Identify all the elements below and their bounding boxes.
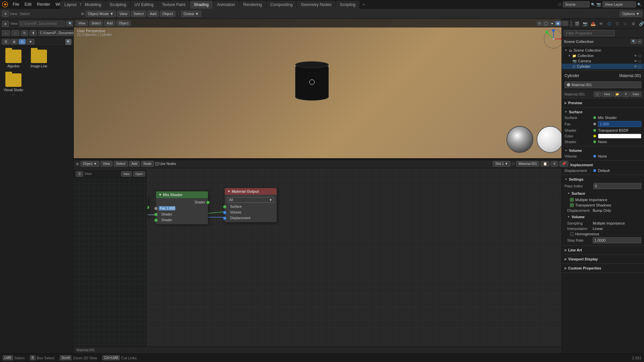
object-btn[interactable]: Object (160, 11, 175, 17)
transparent-shadows-check[interactable]: ✓ (570, 203, 574, 207)
node-add-btn[interactable]: Add (129, 161, 140, 167)
tree-cylinder[interactable]: ⬡ Cylinder 👁 ⬡ (562, 64, 644, 69)
custom-properties-header[interactable]: ▶ Custom Properties (565, 265, 641, 271)
tree-vis-collection[interactable]: 👁 ⬡ (634, 54, 641, 58)
line-art-header[interactable]: ▶ Line Art (565, 247, 641, 253)
tab-add[interactable]: + (360, 1, 368, 9)
filter-btn[interactable]: ▼ (26, 39, 35, 45)
panel-toggle-btn[interactable]: ≡ (2, 11, 9, 17)
node-material-output[interactable]: ▼ Material Output All ▼ Surface (225, 188, 277, 222)
back-btn[interactable]: ← (2, 30, 10, 36)
viewport-node-divider[interactable] (74, 158, 561, 160)
volume-socket[interactable] (223, 211, 226, 214)
tree-scene-collection[interactable]: ▼ 🗂 Scene Collection (562, 48, 644, 53)
view-mode-btn[interactable]: ≡ (2, 21, 9, 27)
mat-unlink-btn[interactable]: ✕ (622, 92, 630, 97)
rp-icon-scene[interactable]: 🎬 (573, 20, 581, 27)
menu-render[interactable]: Render (34, 0, 53, 8)
fac-field[interactable]: Fac 1.000 (159, 206, 175, 210)
vp-shading-btn3[interactable]: ◉ (555, 21, 561, 26)
menu-edit[interactable]: Edit (22, 0, 34, 8)
node-material-output-titlebar[interactable]: ▼ Material Output (225, 188, 277, 195)
vp-select-btn[interactable]: Select (89, 20, 103, 26)
rp-icon-render[interactable]: 📷 (581, 20, 589, 27)
view-btn[interactable]: View (117, 11, 130, 17)
shader1-socket[interactable] (154, 213, 158, 216)
add-btn[interactable]: Add (148, 11, 159, 17)
preview-header[interactable]: ▶ Preview (565, 100, 641, 106)
node-editor[interactable]: ⊕ Object ▼ View Select Add Node Use Node… (74, 160, 570, 353)
tab-scripting[interactable]: Scripting (336, 1, 360, 9)
node-mix-shader[interactable]: ▼ Mix Shader Shader Fac 1.000 (156, 191, 208, 224)
rp-icon-material[interactable]: ⬡ (605, 20, 613, 27)
tab-animation[interactable]: Animation (213, 1, 239, 9)
surface-header[interactable]: ▼ Surface (565, 109, 641, 115)
rp-search-input[interactable] (564, 30, 615, 36)
rp-icon-constraint[interactable]: 🔗 (638, 20, 644, 27)
folder-imageline[interactable]: Image-Line (29, 50, 49, 68)
collapse-arrow-mix[interactable]: ▼ (159, 193, 162, 196)
fac-prop-field[interactable]: 1.000 (598, 121, 641, 127)
tab-geometry-nodes[interactable]: Geometry Nodes (297, 1, 335, 9)
view-list-btn[interactable]: ☰ (2, 39, 10, 45)
tab-rendering[interactable]: Rendering (239, 1, 266, 9)
vp-object-btn[interactable]: Object (116, 20, 131, 26)
mix-shader-output-socket[interactable] (206, 201, 210, 204)
homogeneous-check[interactable] (570, 232, 574, 236)
vp-shading-btn2[interactable]: ● (550, 21, 554, 26)
color-prop-value[interactable] (598, 134, 641, 138)
node-object-btn[interactable]: Object ▼ (80, 161, 99, 167)
tab-texture-paint[interactable]: Texture Paint (158, 1, 190, 9)
parent-btn[interactable]: ⬆ (30, 30, 37, 36)
tree-vis-cylinder[interactable]: 👁 ⬡ (634, 65, 641, 68)
file-nav-btn[interactable]: 🔍 (66, 21, 74, 26)
volume-sub-header[interactable]: ▼ Volume (565, 213, 641, 221)
all-dropdown[interactable]: All ▼ (227, 197, 274, 203)
options-btn[interactable]: Options ▼ (620, 11, 642, 17)
forward-btn[interactable]: → (11, 30, 19, 36)
tree-camera[interactable]: 📷 Camera 👁 ⬡ (562, 58, 644, 64)
collection-filter-btn[interactable]: 🔍 (631, 39, 637, 44)
main-viewport[interactable]: View Select Add Object ⊙ ◯ ● ◉ ⬛ User Pe… (74, 19, 570, 160)
tab-layout[interactable]: Layout (60, 1, 80, 9)
step-rate-field[interactable]: 1.0000 (593, 237, 641, 243)
view-grid-btn[interactable]: ⊞ (10, 39, 18, 45)
node-new-btn[interactable]: 📋 (541, 161, 549, 167)
rp-icon-particles[interactable]: ∷ (622, 20, 629, 27)
view-large-btn[interactable]: ⊟ (18, 39, 26, 45)
file-path[interactable]: C:\Users\P...Documents\ (38, 30, 74, 36)
view-layer-input[interactable] (602, 1, 636, 7)
select-btn[interactable]: Select (131, 11, 146, 17)
settings-header[interactable]: ▼ Settings (565, 176, 641, 182)
surface-sub-header[interactable]: ▼ Surface (565, 190, 641, 197)
surface-socket[interactable] (223, 205, 226, 208)
slot-btn[interactable]: Slot 1 ▼ (493, 161, 510, 167)
global-btn[interactable]: Global ▼ (181, 11, 201, 17)
node-node-btn[interactable]: Node (141, 161, 154, 167)
node-open-btn[interactable]: Open (133, 171, 145, 177)
displacement-socket[interactable] (223, 217, 226, 220)
displacement-header[interactable]: ▼ Displacement (565, 162, 641, 168)
volume-header[interactable]: ▼ Volume (565, 147, 641, 154)
tab-sculpting[interactable]: Sculpting (106, 1, 130, 9)
rp-icon-physics[interactable]: ⚙ (630, 20, 637, 27)
scene-input[interactable] (563, 1, 590, 7)
tree-vis-camera[interactable]: 👁 ⬡ (634, 59, 641, 63)
node-view-btn[interactable]: View (101, 161, 113, 167)
collapse-arrow-output[interactable]: ▼ (227, 190, 230, 193)
vp-shading-btn1[interactable]: ◯ (543, 21, 549, 26)
multiple-importance-check[interactable]: ✓ (570, 198, 574, 202)
tab-shading[interactable]: Shading (190, 1, 213, 9)
reload-btn[interactable]: ↻ (21, 30, 28, 36)
use-nodes-checkbox[interactable] (155, 162, 159, 166)
node-pin-btn[interactable]: 📌 (559, 161, 568, 167)
node-new-mat-btn[interactable]: New (121, 171, 132, 177)
file-search-input[interactable] (19, 21, 65, 26)
vp-add-btn[interactable]: Add (104, 20, 115, 26)
mat-browse-btn[interactable]: ⬡ (594, 92, 601, 97)
tree-collection[interactable]: ▼ 📁 Collection 👁 ⬡ (562, 53, 644, 58)
volume-sub-collapse[interactable]: ▼ Volume (567, 214, 641, 220)
viewport-display-header[interactable]: ▶ Viewport Display (565, 256, 641, 262)
node-mini-grid[interactable] (74, 178, 147, 347)
tab-compositing[interactable]: Compositing (266, 1, 297, 9)
